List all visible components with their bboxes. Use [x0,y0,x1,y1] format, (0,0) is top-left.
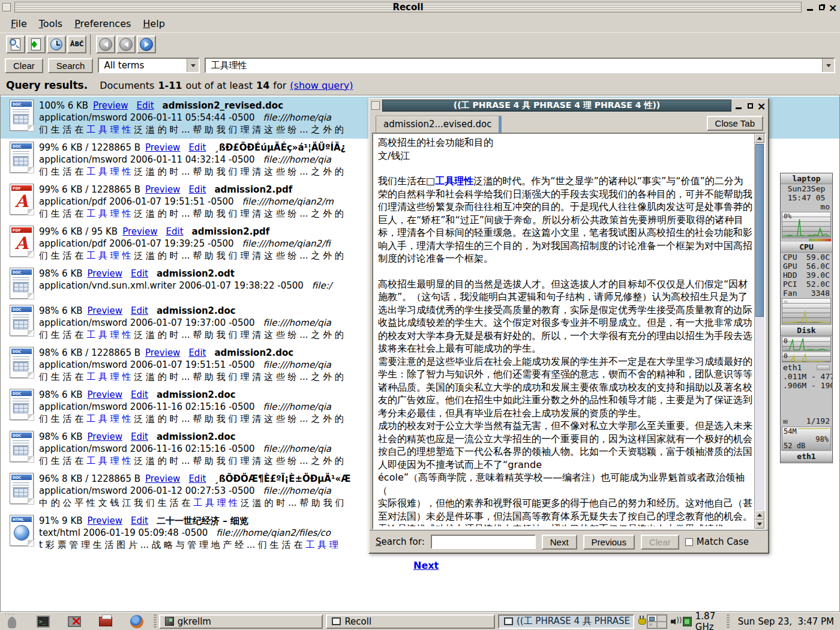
preview-link[interactable]: Preview [145,473,180,484]
next-page-icon[interactable] [137,35,156,53]
find-clear-button: Clear [641,535,679,550]
edit-link[interactable]: Edit [188,473,206,484]
preview-link[interactable]: Preview [88,305,122,316]
wireless-chart[interactable]: 54M 98% 52 dB [782,427,831,451]
scrollbar[interactable] [754,134,764,529]
power-plug-icon[interactable] [638,616,643,628]
scroll-up-icon[interactable] [755,134,764,143]
preview-link[interactable]: Preview [145,184,180,195]
minimize-icon[interactable] [805,2,815,12]
edit-link[interactable]: Edit [188,184,206,195]
mail-row[interactable]: ✉ 1/192 [781,416,832,426]
terminal-launcher-icon[interactable]: >_ [36,614,50,629]
cpu-section-title[interactable]: CPU [781,242,832,253]
fan-chart[interactable] [782,298,831,325]
gnome-menu-icon[interactable] [5,614,19,629]
find-input[interactable] [431,535,536,549]
gkrellm-footer[interactable]: eth1 [781,451,832,462]
minimize-icon[interactable] [734,101,743,110]
window-menu-icon[interactable] [2,3,11,11]
preview-tab[interactable]: admission2...evised.doc [376,116,502,133]
find-previous-button[interactable]: Previous [583,535,635,550]
preview-link[interactable]: Preview [122,226,157,237]
maximize-icon[interactable] [745,101,755,110]
gkrellm-ticker: mo [781,202,832,211]
highlighted-term: 工 具 理 性 [86,413,131,424]
clear-button[interactable]: Clear [5,58,43,73]
next-results-link[interactable]: Next [413,560,439,571]
taskbar-separator[interactable] [727,614,730,629]
net-tx-row: .906M - 190 [781,381,832,390]
window-title: Recoll [386,2,429,13]
edit-link[interactable]: Edit [188,347,206,358]
disk-chart-1[interactable]: 0 [782,337,831,351]
result-title: admission2.doc [157,431,236,442]
preview-link[interactable]: Preview [93,100,128,111]
preview-title[interactable]: ((工 PHRASE 4 具 PHRASE 4 理 PHRASE 4 性)) [382,100,731,112]
window-menu-icon[interactable] [371,101,380,110]
prev-page-icon[interactable] [116,35,136,53]
disk-section-title[interactable]: Disk [781,325,832,336]
preview-link[interactable]: Preview [145,142,180,153]
edit-link[interactable]: Edit [131,268,148,279]
titlebar-stripes[interactable]: Recoll [14,2,802,13]
task-recoll[interactable]: Recoll [326,614,495,629]
taskbar-clock[interactable]: Sun Sep 23, 3:47 PM [732,616,840,627]
firefox-launcher-icon[interactable] [130,614,144,629]
chevron-down-icon[interactable] [187,59,199,72]
edit-link[interactable]: Edit [131,389,148,400]
find-next-button[interactable]: Next [542,535,577,550]
edit-link[interactable]: Edit [136,100,154,111]
edit-link[interactable]: Edit [131,305,148,316]
history-clock-icon[interactable] [47,35,66,53]
preview-link[interactable]: Preview [145,347,180,358]
result-meta: 98% 6 KB [39,268,83,279]
search-mode-select[interactable]: All terms [98,58,200,73]
cpu-chart[interactable]: 0% [782,212,831,238]
workspace-pager[interactable] [647,614,667,629]
result-meta: 100% 6 KB [39,100,88,111]
cpu-freq-icon[interactable] [683,617,692,626]
close-tab-button[interactable]: Close Tab [707,116,763,131]
hostname[interactable]: laptop [781,173,832,184]
temp-row: GPU56.0C [781,262,832,271]
disk-chart-2[interactable]: 0 [782,352,831,362]
menu-help[interactable]: Help [138,17,169,31]
scroll-up-icon[interactable] [755,511,764,520]
first-page-icon[interactable] [96,35,115,53]
volume-icon[interactable]: )) [671,616,679,627]
edit-link[interactable]: Edit [131,431,148,442]
maximize-icon[interactable] [817,2,826,12]
task-preview[interactable]: ((工 PHRASE 4 具 PHRASE ... [498,614,634,629]
result-title: ¸ßÐ£ÕÐÉúµÄÉç»á¹¦ÄÜºÍÄ¿ [214,142,346,153]
edit-link[interactable]: Edit [131,515,148,526]
close-icon[interactable]: × [828,2,838,12]
scroll-down-icon[interactable] [755,520,764,529]
preview-link[interactable]: Preview [88,515,122,526]
scrollbar-thumb[interactable] [755,144,764,317]
pdf-file-icon: PDFA [4,226,39,262]
edit-link[interactable]: Edit [188,142,206,153]
chevron-down-icon[interactable] [822,59,834,72]
menu-file[interactable]: File [6,17,32,31]
preview-link[interactable]: Preview [88,431,122,442]
force-quit-icon[interactable] [67,614,82,629]
editor-launcher-icon[interactable] [98,614,113,629]
edit-link[interactable]: Edit [166,226,184,237]
advanced-search-icon[interactable] [6,35,25,53]
menu-tools[interactable]: Tools [34,17,67,31]
search-button[interactable]: Search [48,58,94,73]
show-query-link[interactable]: (show query) [290,80,353,91]
sort-parameters-icon[interactable] [26,35,46,53]
match-case-checkbox[interactable] [685,538,693,546]
close-icon[interactable]: × [757,101,766,110]
taskbar-separator[interactable] [154,614,157,629]
menu-preferences[interactable]: Preferences [70,17,136,31]
task-gkrellm[interactable]: gkrellm [159,614,323,629]
preview-text[interactable]: 高校招生的社会功能和目的 文/钱江我们生活在□工具理性泛滥的时代。作为“世之显学… [378,136,752,526]
mail-icon: ✉ [783,416,788,426]
query-input[interactable]: 工具理性 [205,58,835,73]
preview-link[interactable]: Preview [88,268,122,279]
term-explorer-icon[interactable]: ÅBĈ [67,35,86,53]
preview-link[interactable]: Preview [88,389,122,400]
